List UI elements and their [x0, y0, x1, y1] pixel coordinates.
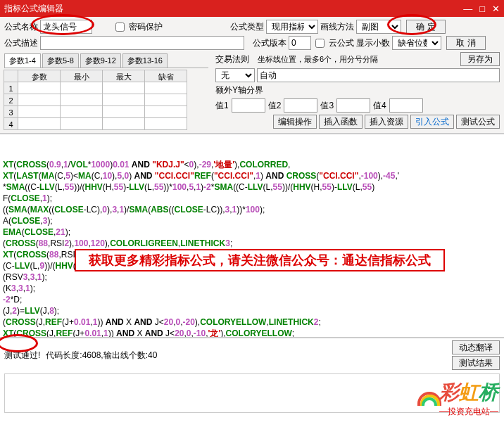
- coord-label: 坐标线位置，最多6个，用分号分隔: [258, 54, 378, 65]
- rule-label: 交易法则: [215, 53, 249, 65]
- param-tabs: 参数1-4 参数5-8 参数9-12 参数13-16: [4, 53, 208, 68]
- val2-input[interactable]: [284, 98, 317, 113]
- test-pass-text: 测试通过!: [4, 350, 40, 362]
- extra-y-values: 值1 值2 值3 值4: [215, 98, 500, 113]
- decimal-select[interactable]: 缺省位数: [392, 36, 441, 50]
- code-line: XT(CROSS(J,REF(J+0.01,1)) AND X AND J<20…: [3, 328, 501, 338]
- val3-input[interactable]: [336, 98, 370, 113]
- cancel-button[interactable]: 取 消: [446, 36, 486, 50]
- window-controls: — □ ✕: [463, 4, 500, 14]
- code-line: (J,2)=LLV(J,8);: [3, 305, 501, 316]
- code-line: ((SMA(MAX((CLOSE-LC),0),3,1)/SMA(ABS((CL…: [3, 204, 501, 215]
- val1-input[interactable]: [232, 98, 265, 113]
- saveas-button[interactable]: 另存为: [460, 52, 500, 66]
- test-formula-button[interactable]: 测试公式: [456, 115, 500, 129]
- code-info-text: 代码长度:4608,输出线个数:40: [46, 350, 157, 362]
- extray-label: 额外Y轴分界: [215, 84, 263, 96]
- code-line: -2*D;: [3, 294, 501, 305]
- code-line: XT(LAST(MA(C,5)<MA(C,10),5,0) AND "CCI.C…: [3, 170, 501, 181]
- code-line: (RSV3,3,1);: [3, 271, 501, 283]
- close-icon[interactable]: ✕: [492, 4, 500, 14]
- tab-params-13-16[interactable]: 参数13-16: [122, 53, 168, 68]
- edit-button[interactable]: 编辑操作: [273, 115, 317, 129]
- cloud-checkbox[interactable]: [315, 39, 325, 48]
- insert-resource-button[interactable]: 插入资源: [365, 115, 408, 129]
- insert-function-button[interactable]: 插入函数: [319, 115, 363, 129]
- code-line: EMA(CLOSE,21);: [3, 226, 501, 238]
- coord-input[interactable]: [257, 68, 500, 82]
- ok-button[interactable]: 确 定: [406, 20, 446, 34]
- drawmode-label: 画线方法: [320, 21, 354, 33]
- tab-params-5-8[interactable]: 参数5-8: [42, 53, 79, 68]
- test-result-button[interactable]: 测试结果: [452, 356, 500, 370]
- code-line: (CROSS(J,REF(J+0.01,1)) AND X AND J<20,0…: [3, 316, 501, 328]
- password-checkbox[interactable]: [115, 23, 125, 32]
- code-line: (K3,3,1);: [3, 283, 501, 294]
- version-input[interactable]: [289, 36, 311, 50]
- param-grid[interactable]: 参数最小最大缺省 1 2 3 4: [4, 70, 208, 130]
- val4-input[interactable]: [389, 98, 423, 113]
- code-editor[interactable]: 获取更多精彩指标公式，请关注微信公众号：通达信指标公式 XT(CROSS(0.9…: [0, 134, 504, 338]
- code-line: F(CLOSE,1);: [3, 193, 501, 204]
- promo-banner: 获取更多精彩指标公式，请关注微信公众号：通达信指标公式: [75, 249, 445, 271]
- title-bar: 指标公式编辑器 — □ ✕: [0, 0, 504, 17]
- cloud-label: 云公式: [329, 37, 354, 49]
- maximize-icon[interactable]: □: [479, 4, 485, 14]
- code-line: (CROSS(88,RSI2),100,120),COLORLIGREEN,LI…: [3, 238, 501, 249]
- status-bar: 测试通过! 代码长度:4608,输出线个数:40 动态翻译 测试结果: [0, 338, 504, 372]
- type-label: 公式类型: [230, 21, 264, 33]
- rule-select[interactable]: 无: [215, 68, 255, 82]
- version-label: 公式版本: [253, 37, 286, 49]
- name-label: 公式名称: [4, 21, 38, 33]
- tab-params-9-12[interactable]: 参数9-12: [80, 53, 121, 68]
- password-label: 密码保护: [129, 21, 163, 33]
- minimize-icon[interactable]: —: [463, 4, 472, 14]
- dynamic-translate-button[interactable]: 动态翻译: [452, 340, 500, 354]
- desc-input[interactable]: [40, 36, 244, 50]
- code-line: A(CLOSE,3);: [3, 215, 501, 226]
- tab-params-1-4[interactable]: 参数1-4: [4, 53, 41, 68]
- code-line: XT(CROSS(0.9,1/VOL*1000)0.01 AND "KDJ.J"…: [3, 159, 501, 170]
- code-line: *SMA((C-LLV(L,55))/(HHV(H,55)-LLV(L,55))…: [3, 181, 501, 193]
- window-title: 指标公式编辑器: [4, 3, 63, 15]
- decimal-label: 显示小数: [356, 37, 390, 49]
- desc-label: 公式描述: [4, 37, 38, 49]
- type-select[interactable]: 现用指标: [266, 20, 318, 34]
- form-panel: 公式名称 密码保护 公式类型 现用指标 画线方法 副图 确 定 公式描述 公式版…: [0, 17, 504, 134]
- import-formula-button[interactable]: 引入公式: [410, 115, 454, 129]
- name-input[interactable]: [40, 20, 92, 34]
- watermark-logo: 彩虹桥 —投资充电站—: [417, 379, 498, 418]
- drawmode-select[interactable]: 副图: [356, 20, 401, 34]
